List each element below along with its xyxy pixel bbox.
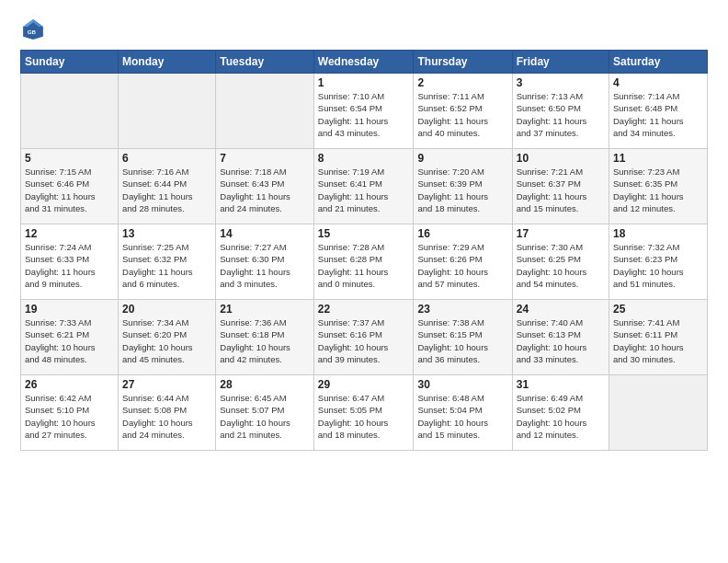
day-number: 31: [517, 378, 605, 391]
day-number: 16: [417, 227, 507, 240]
day-info: Sunrise: 7:16 AM Sunset: 6:44 PM Dayligh…: [122, 166, 211, 214]
calendar-cell: 6Sunrise: 7:16 AM Sunset: 6:44 PM Daylig…: [119, 149, 216, 224]
day-number: 7: [220, 152, 310, 165]
calendar-cell: 12Sunrise: 7:24 AM Sunset: 6:33 PM Dayli…: [21, 224, 119, 300]
svg-text:GB: GB: [28, 29, 37, 35]
calendar-cell: 28Sunrise: 6:45 AM Sunset: 5:07 PM Dayli…: [216, 375, 314, 451]
day-number: 13: [122, 227, 211, 240]
day-info: Sunrise: 7:13 AM Sunset: 6:50 PM Dayligh…: [517, 90, 605, 139]
calendar-cell: 13Sunrise: 7:25 AM Sunset: 6:32 PM Dayli…: [119, 224, 216, 300]
day-number: 28: [220, 378, 310, 391]
calendar-cell: 1Sunrise: 7:10 AM Sunset: 6:54 PM Daylig…: [313, 74, 414, 149]
calendar-cell: [119, 74, 216, 149]
day-number: 20: [122, 303, 211, 316]
calendar-cell: 31Sunrise: 6:49 AM Sunset: 5:02 PM Dayli…: [512, 375, 609, 451]
logo: GB: [20, 17, 50, 42]
weekday-header-row: SundayMondayTuesdayWednesdayThursdayFrid…: [21, 51, 708, 74]
day-number: 29: [318, 378, 410, 391]
day-number: 12: [25, 227, 114, 240]
day-info: Sunrise: 6:42 AM Sunset: 5:10 PM Dayligh…: [25, 392, 114, 441]
weekday-header-sunday: Sunday: [21, 51, 119, 74]
page: GB SundayMondayTuesdayWednesdayThursdayF…: [0, 0, 728, 563]
day-info: Sunrise: 6:45 AM Sunset: 5:07 PM Dayligh…: [220, 392, 310, 441]
weekday-header-saturday: Saturday: [609, 51, 708, 74]
day-number: 15: [318, 227, 410, 240]
week-row-4: 26Sunrise: 6:42 AM Sunset: 5:10 PM Dayli…: [21, 375, 708, 451]
day-number: 30: [417, 378, 507, 391]
day-info: Sunrise: 7:29 AM Sunset: 6:26 PM Dayligh…: [417, 241, 507, 290]
day-info: Sunrise: 7:37 AM Sunset: 6:16 PM Dayligh…: [318, 316, 410, 365]
day-number: 8: [318, 152, 410, 165]
weekday-header-thursday: Thursday: [414, 51, 512, 74]
day-number: 27: [122, 378, 211, 391]
day-info: Sunrise: 7:10 AM Sunset: 6:54 PM Dayligh…: [318, 90, 410, 139]
day-info: Sunrise: 7:18 AM Sunset: 6:43 PM Dayligh…: [220, 166, 310, 214]
week-row-2: 12Sunrise: 7:24 AM Sunset: 6:33 PM Dayli…: [21, 224, 708, 300]
day-number: 22: [318, 303, 410, 316]
calendar-cell: 4Sunrise: 7:14 AM Sunset: 6:48 PM Daylig…: [609, 74, 708, 149]
day-number: 1: [318, 76, 410, 89]
day-number: 9: [417, 152, 507, 165]
week-row-3: 19Sunrise: 7:33 AM Sunset: 6:21 PM Dayli…: [21, 300, 708, 375]
day-number: 26: [25, 378, 114, 391]
calendar-cell: 11Sunrise: 7:23 AM Sunset: 6:35 PM Dayli…: [609, 149, 708, 224]
calendar-cell: 30Sunrise: 6:48 AM Sunset: 5:04 PM Dayli…: [414, 375, 512, 451]
calendar-cell: 8Sunrise: 7:19 AM Sunset: 6:41 PM Daylig…: [313, 149, 414, 224]
calendar-cell: 14Sunrise: 7:27 AM Sunset: 6:30 PM Dayli…: [216, 224, 314, 300]
calendar-cell: 22Sunrise: 7:37 AM Sunset: 6:16 PM Dayli…: [313, 300, 414, 375]
day-info: Sunrise: 7:20 AM Sunset: 6:39 PM Dayligh…: [417, 166, 507, 214]
day-number: 11: [613, 152, 703, 165]
day-info: Sunrise: 7:33 AM Sunset: 6:21 PM Dayligh…: [25, 316, 114, 365]
day-info: Sunrise: 7:30 AM Sunset: 6:25 PM Dayligh…: [517, 241, 605, 290]
day-info: Sunrise: 7:28 AM Sunset: 6:28 PM Dayligh…: [318, 241, 410, 290]
calendar-cell: 2Sunrise: 7:11 AM Sunset: 6:52 PM Daylig…: [414, 74, 512, 149]
day-info: Sunrise: 7:27 AM Sunset: 6:30 PM Dayligh…: [220, 241, 310, 290]
week-row-1: 5Sunrise: 7:15 AM Sunset: 6:46 PM Daylig…: [21, 149, 708, 224]
calendar-cell: 29Sunrise: 6:47 AM Sunset: 5:05 PM Dayli…: [313, 375, 414, 451]
calendar-cell: 19Sunrise: 7:33 AM Sunset: 6:21 PM Dayli…: [21, 300, 119, 375]
day-info: Sunrise: 6:48 AM Sunset: 5:04 PM Dayligh…: [417, 392, 507, 441]
day-info: Sunrise: 7:34 AM Sunset: 6:20 PM Dayligh…: [122, 316, 211, 365]
day-info: Sunrise: 7:36 AM Sunset: 6:18 PM Dayligh…: [220, 316, 310, 365]
day-info: Sunrise: 7:25 AM Sunset: 6:32 PM Dayligh…: [122, 241, 211, 290]
calendar-cell: 23Sunrise: 7:38 AM Sunset: 6:15 PM Dayli…: [414, 300, 512, 375]
day-info: Sunrise: 6:47 AM Sunset: 5:05 PM Dayligh…: [318, 392, 410, 441]
day-info: Sunrise: 6:44 AM Sunset: 5:08 PM Dayligh…: [122, 392, 211, 441]
calendar-cell: 18Sunrise: 7:32 AM Sunset: 6:23 PM Dayli…: [609, 224, 708, 300]
day-number: 10: [517, 152, 605, 165]
calendar-cell: 16Sunrise: 7:29 AM Sunset: 6:26 PM Dayli…: [414, 224, 512, 300]
week-row-0: 1Sunrise: 7:10 AM Sunset: 6:54 PM Daylig…: [21, 74, 708, 149]
weekday-header-friday: Friday: [512, 51, 609, 74]
calendar-cell: 5Sunrise: 7:15 AM Sunset: 6:46 PM Daylig…: [21, 149, 119, 224]
calendar-cell: 25Sunrise: 7:41 AM Sunset: 6:11 PM Dayli…: [609, 300, 708, 375]
calendar-cell: 17Sunrise: 7:30 AM Sunset: 6:25 PM Dayli…: [512, 224, 609, 300]
logo-icon: GB: [20, 17, 46, 42]
day-number: 24: [517, 303, 605, 316]
day-number: 23: [417, 303, 507, 316]
calendar-cell: 15Sunrise: 7:28 AM Sunset: 6:28 PM Dayli…: [313, 224, 414, 300]
calendar-cell: 26Sunrise: 6:42 AM Sunset: 5:10 PM Dayli…: [21, 375, 119, 451]
weekday-header-monday: Monday: [119, 51, 216, 74]
day-number: 5: [25, 152, 114, 165]
weekday-header-tuesday: Tuesday: [216, 51, 314, 74]
calendar-cell: 24Sunrise: 7:40 AM Sunset: 6:13 PM Dayli…: [512, 300, 609, 375]
calendar-cell: [216, 74, 314, 149]
day-info: Sunrise: 7:23 AM Sunset: 6:35 PM Dayligh…: [613, 166, 703, 214]
day-info: Sunrise: 7:40 AM Sunset: 6:13 PM Dayligh…: [517, 316, 605, 365]
day-number: 21: [220, 303, 310, 316]
day-number: 19: [25, 303, 114, 316]
day-info: Sunrise: 7:15 AM Sunset: 6:46 PM Dayligh…: [25, 166, 114, 214]
calendar-cell: [21, 74, 119, 149]
calendar-cell: 20Sunrise: 7:34 AM Sunset: 6:20 PM Dayli…: [119, 300, 216, 375]
header: GB: [20, 17, 708, 42]
day-number: 25: [613, 303, 703, 316]
day-info: Sunrise: 7:19 AM Sunset: 6:41 PM Dayligh…: [318, 166, 410, 214]
day-number: 6: [122, 152, 211, 165]
day-number: 4: [613, 76, 703, 89]
day-number: 14: [220, 227, 310, 240]
calendar-cell: 7Sunrise: 7:18 AM Sunset: 6:43 PM Daylig…: [216, 149, 314, 224]
day-info: Sunrise: 7:41 AM Sunset: 6:11 PM Dayligh…: [613, 316, 703, 365]
calendar-cell: 9Sunrise: 7:20 AM Sunset: 6:39 PM Daylig…: [414, 149, 512, 224]
day-number: 2: [417, 76, 507, 89]
day-number: 18: [613, 227, 703, 240]
